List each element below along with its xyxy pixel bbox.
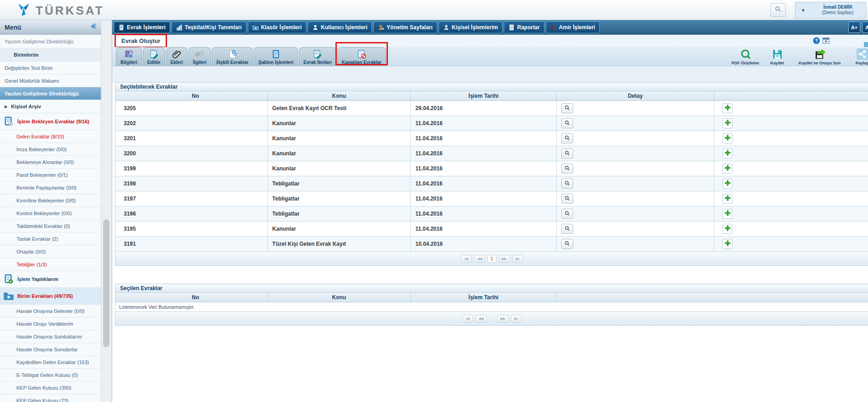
user-menu[interactable]: ▼ İsmail DEMİR (Demo Sayfası)	[795, 2, 866, 18]
detail-button[interactable]	[561, 118, 573, 128]
nav-tab-kullanici-islemleri[interactable]: Kullanıcı İşlemleri	[308, 21, 372, 33]
sidebar-item-imza-bekleyenler[interactable]: İmza Bekleyenler (0/0)	[0, 143, 101, 156]
nav-tab-label: Teşkilat/Kişi Tanımları	[185, 24, 242, 31]
pagination-last-button[interactable]: ▶|	[512, 255, 523, 263]
cell-no: 3202	[115, 116, 268, 131]
sidebar-item-islem-bekleyen-evraklar[interactable]: İşlem Bekleyen Evraklar (9/16)	[0, 113, 101, 130]
sidebar-item-havale-onayi-verdiklerim[interactable]: Havale Onayı Verdiklerim	[0, 317, 101, 330]
sidebar-item-paraf-bekleyenler[interactable]: Paraf Bekleyenler (0/1)	[0, 169, 101, 181]
sidebar-item-koordine-bekleyenler[interactable]: Koordine Bekleyenler (0/0)	[0, 194, 101, 207]
action-kaydet-button[interactable]: Kaydet	[754, 48, 800, 65]
nav-tab-teskilat-kisi-tanimlari[interactable]: Teşkilat/Kişi Tanımları	[172, 21, 246, 33]
sidebar-item-genel-mudurluk-makami[interactable]: Genel Müdürlük Makamı	[0, 74, 101, 87]
export-window-icon[interactable]	[822, 37, 830, 44]
nav-tab-evrak-islemleri[interactable]: Evrak İşlemleri	[114, 21, 170, 33]
subtab-label: Şablon İşlemleri	[258, 60, 293, 65]
pagination-prev-button[interactable]: ◀◀	[476, 315, 486, 323]
add-row-button[interactable]	[722, 179, 732, 189]
sidebar-item-havale-onayina-gelenler[interactable]: Havale Onayına Gelenler (0/0)	[0, 305, 101, 317]
cell-no: 3201	[115, 131, 268, 146]
action-kaydet-ve-onaya-sun-button[interactable]: Kaydet ve Onaya Sun	[797, 48, 842, 65]
add-row-button[interactable]	[722, 209, 732, 219]
sidebar-item-gelen-evraklar[interactable]: Gelen Evraklar (8/10)	[0, 130, 101, 143]
sidebar-item-havale-onayina-sunulanlar[interactable]: Havale Onayına Sunulanlar	[0, 343, 101, 356]
cell-konu: Kanunlar	[268, 131, 411, 146]
pagination-next-button[interactable]: ▶▶	[497, 315, 508, 323]
sidebar-item-havale-onayina-sunduklarim[interactable]: Havale Onayına Sunduklarım	[0, 330, 101, 343]
add-row-button[interactable]	[722, 133, 732, 143]
nav-tab-yonetim-sayfalari[interactable]: Yönetim Sayfaları	[373, 21, 437, 33]
detail-button[interactable]	[561, 224, 573, 234]
row-magnifier-icon	[564, 135, 570, 143]
sidebar-item-kisisel-arsiv[interactable]: ▶Kişisel Arşiv	[0, 100, 101, 113]
subtab-row: iBilgileriEditörEkleriİlgileriİlişkili E…	[112, 47, 868, 66]
add-row-button[interactable]	[722, 148, 732, 159]
pagination-first-button[interactable]: |◀	[461, 255, 472, 263]
pagination-last-button[interactable]: ▶|	[511, 315, 522, 323]
sidebar-scrollbar-thumb[interactable]	[103, 219, 110, 347]
add-row-button[interactable]	[722, 118, 732, 128]
add-icon	[724, 195, 731, 203]
sidebar-item-yazilim-gelistirme-direktorlugu[interactable]: Yazılım Geliştirme Direktörlüğü	[0, 87, 101, 100]
sidebar-item-kep-gelen-kutusu[interactable]: KEP Gelen Kutusu (390)	[0, 381, 101, 394]
subtab-label: Kapatılan Evraklar	[342, 60, 382, 65]
collapse-sidebar-icon[interactable]	[89, 22, 97, 32]
cell-detay	[557, 131, 715, 146]
subtab-sablon-islemleri[interactable]: Şablon İşlemleri	[254, 47, 298, 66]
sidebar-item-onaylar[interactable]: Onaylar (0/0)	[0, 245, 101, 258]
subtab-evrak-notlari[interactable]: Evrak Notları	[299, 47, 336, 66]
nav-tab-raporlar[interactable]: Raporlar	[504, 21, 544, 33]
sidebar-item-degistirilen-test-birim[interactable]: Değiştirilen Test Birim	[0, 62, 101, 74]
subtab-ilgileri[interactable]: İlgileri	[188, 47, 211, 66]
font-decrease-button[interactable]: A-	[862, 21, 868, 33]
cell-tarih: 10.04.2016	[411, 237, 557, 251]
sidebar-item-label: Kişisel Arşiv	[11, 104, 41, 109]
sidebar-scrollbar[interactable]	[101, 20, 112, 402]
add-row-button[interactable]	[722, 103, 732, 113]
detail-button[interactable]	[561, 133, 573, 143]
detail-button[interactable]	[561, 148, 573, 159]
action-paylas-button[interactable]: Paylaş	[839, 48, 868, 65]
help-icon[interactable]: ?	[813, 37, 820, 44]
subtab-label: Editör	[147, 60, 161, 65]
pagination-next-button[interactable]: ▶▶	[499, 255, 510, 263]
sidebar-item-birim-evraklari[interactable]: Birim Evrakları (49/735)	[0, 288, 101, 305]
detail-button[interactable]	[561, 164, 573, 174]
font-increase-button[interactable]: A+	[848, 21, 860, 33]
sidebar-item-islem-yaptiklarim[interactable]: İşlem Yaptıklarım	[0, 271, 101, 288]
nav-tab-amir-islemleri[interactable]: Amir İşlemleri	[546, 21, 600, 33]
sidebar: Menü Yazılım Geliştirme DirektörlüğüBiri…	[0, 20, 101, 402]
add-row-button[interactable]	[722, 194, 732, 204]
sidebar-item-beklemeye-alinanlar[interactable]: Beklemeye Alınanlar (0/0)	[0, 156, 101, 169]
subtab-editor[interactable]: Editör	[143, 47, 165, 66]
subtab-kapatilan-evraklar[interactable]: Kapatılan Evraklar	[337, 47, 386, 66]
cell-konu: Tüzel Kişi Gelen Evrak Kayıt	[268, 237, 411, 251]
detail-button[interactable]	[561, 103, 573, 113]
sidebar-item-kaydedilen-gelen-evraklar[interactable]: Kaydedilen Gelen Evraklar (153)	[0, 356, 101, 369]
add-row-button[interactable]	[722, 164, 732, 174]
sidebar-item-e-tebligat-gelen-kutusu[interactable]: E-Tebligat Gelen Kutusu (0)	[0, 369, 101, 381]
detail-button[interactable]	[561, 239, 573, 249]
pagination-first-button[interactable]: |◀	[462, 315, 473, 323]
subtab-bilgileri[interactable]: iBilgileri	[116, 47, 142, 66]
add-row-button[interactable]	[722, 239, 732, 249]
detail-button[interactable]	[561, 209, 573, 219]
add-row-button[interactable]	[722, 224, 732, 234]
sidebar-item-taslak-evraklar[interactable]: Taslak Evraklar (2)	[0, 233, 101, 245]
subtab-ekleri[interactable]: Ekleri	[166, 47, 188, 66]
subtab-iliskili-evraklar[interactable]: İlişkili Evraklar	[212, 47, 253, 66]
detail-button[interactable]	[561, 179, 573, 189]
search-button[interactable]	[770, 3, 786, 17]
nav-tab-klasor-islemleri[interactable]: Klasör İşlemleri	[248, 21, 306, 33]
sidebar-item-takibimdeki-evraklar[interactable]: Takibimdeki Evraklar (0)	[0, 220, 101, 233]
pagination-page-button[interactable]: 1	[487, 255, 497, 263]
sidebar-item-tebligler[interactable]: Tebliğler (1/3)	[0, 258, 101, 271]
sidebar-item-kontrol-bekleyenler[interactable]: Kontrol Bekleyenler (0/0)	[0, 207, 101, 220]
pagination-prev-button[interactable]: ◀◀	[474, 255, 485, 263]
sidebar-item-benimle-paylasilanlar[interactable]: Benimle Paylaşılanlar (0/0)	[0, 181, 101, 194]
cell-add	[714, 222, 868, 236]
detail-button[interactable]	[561, 194, 573, 204]
nav-tab-kisisel-islemlerim[interactable]: Kişisel İşlemlerim	[439, 21, 502, 33]
sidebar-item-kep-giden-kutusu[interactable]: KEP Giden Kutusu (73)	[0, 394, 101, 402]
screen: TÜRKSAT ▼ İsmail DEMİR (Demo Sayfası) Me…	[0, 0, 868, 402]
